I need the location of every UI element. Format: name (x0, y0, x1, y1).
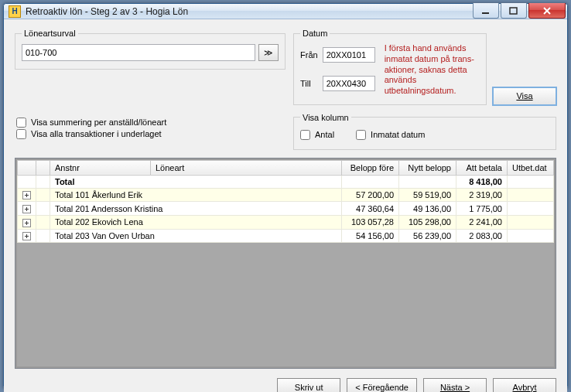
visa-button[interactable]: Visa (493, 87, 556, 105)
row-name: Total 201 Andersson Kristina (50, 202, 342, 216)
col-anstnr[interactable]: Anstnr (50, 160, 151, 175)
col-loneart[interactable]: Löneart (151, 160, 342, 175)
row-belopp-fore: 57 200,00 (342, 188, 399, 202)
prev-button-label: < Föregående (355, 383, 409, 392)
check-antal[interactable]: Antal (300, 130, 334, 140)
row-name: Total 101 Åkerlund Erik (50, 188, 342, 202)
next-button[interactable]: Nästa > (423, 378, 487, 392)
visa-kolumn-legend: Visa kolumn (300, 113, 351, 122)
expand-icon[interactable] (22, 219, 31, 227)
cancel-button-label: Avbryt (513, 383, 537, 392)
close-button[interactable] (528, 3, 566, 19)
check-alltrans-box[interactable] (16, 129, 26, 139)
expand-icon[interactable] (22, 232, 31, 240)
svg-rect-1 (510, 8, 517, 14)
row-att-betala: 1 775,00 (456, 202, 508, 216)
check-inmatat-box[interactable] (356, 130, 366, 140)
row-belopp-fore: 103 057,28 (342, 215, 399, 229)
col-rowhead[interactable] (36, 160, 50, 175)
datum-group: Datum Från 20XX0101 Till 20XX0430 (293, 29, 487, 105)
row-att-betala: 2 083,00 (456, 229, 508, 243)
table-row[interactable]: Total 203 Van Oven Urban54 156,0056 239,… (18, 229, 554, 243)
prev-button[interactable]: < Föregående (347, 378, 417, 392)
data-grid[interactable]: Anstnr Löneart Belopp före Nytt belopp A… (15, 158, 556, 369)
check-antal-box[interactable] (300, 130, 310, 140)
loneart-group: Löneartsurval 010-700 ≫ (15, 29, 286, 70)
expand-icon[interactable] (22, 191, 31, 199)
app-window: H Retroaktiv lön - Steg 2 av 3 - Hogia L… (3, 3, 568, 389)
table-row[interactable]: Total 201 Andersson Kristina47 360,6449 … (18, 202, 554, 216)
visa-kolumn-group: Visa kolumn Antal Inmatat datum (293, 113, 556, 150)
check-alltrans-label: Visa alla transaktioner i underlaget (31, 129, 162, 138)
app-icon: H (9, 5, 21, 18)
col-belopp-fore[interactable]: Belopp före (342, 160, 399, 175)
col-nytt-belopp[interactable]: Nytt belopp (399, 160, 456, 175)
titlebar[interactable]: H Retroaktiv lön - Steg 2 av 3 - Hogia L… (4, 4, 567, 19)
col-expand[interactable] (18, 160, 36, 175)
row-nytt-belopp: 49 136,00 (399, 202, 456, 216)
loneart-input[interactable]: 010-700 (22, 44, 255, 61)
row-att-betala: 2 319,00 (456, 188, 508, 202)
datum-hint: I första hand används inmatat datum på t… (380, 43, 480, 97)
datum-legend: Datum (300, 29, 330, 38)
grid-total-label: Total (50, 175, 342, 188)
print-button-label: Skriv ut (295, 383, 323, 392)
check-antal-label: Antal (315, 130, 334, 139)
row-name: Total 202 Ekovich Lena (50, 215, 342, 229)
minimize-button[interactable] (473, 3, 499, 19)
check-inmatat-label: Inmatat datum (371, 130, 425, 139)
grid-empty-area (17, 243, 554, 366)
content-area: Löneartsurval 010-700 ≫ Datum (4, 19, 567, 392)
grid-total-row[interactable]: Total8 418,00 (18, 175, 554, 188)
row-nytt-belopp: 105 298,00 (399, 215, 456, 229)
to-date-value: 20XX0430 (327, 79, 366, 88)
loneart-value: 010-700 (26, 48, 56, 57)
check-summary-label: Visa summering per anställd/löneart (31, 118, 166, 127)
close-icon (542, 6, 552, 15)
table-row[interactable]: Total 202 Ekovich Lena103 057,28105 298,… (18, 215, 554, 229)
check-summary-box[interactable] (16, 118, 26, 128)
row-nytt-belopp: 59 519,00 (399, 188, 456, 202)
check-inmatat[interactable]: Inmatat datum (356, 130, 425, 140)
cancel-button[interactable]: Avbryt (493, 378, 556, 392)
minimize-icon (481, 7, 491, 15)
row-nytt-belopp: 56 239,00 (399, 229, 456, 243)
grid-total-att-betala: 8 418,00 (456, 175, 508, 188)
from-date-value: 20XX0101 (327, 50, 366, 60)
loneart-legend: Löneartsurval (22, 29, 78, 38)
row-name: Total 203 Van Oven Urban (50, 229, 342, 243)
window-title: Retroaktiv lön - Steg 2 av 3 - Hogia Lön (26, 6, 188, 17)
print-button[interactable]: Skriv ut (277, 378, 340, 392)
from-label: Från (300, 50, 318, 60)
row-belopp-fore: 47 360,64 (342, 202, 399, 216)
from-date-input[interactable]: 20XX0101 (323, 47, 375, 63)
to-date-input[interactable]: 20XX0430 (323, 76, 375, 91)
col-att-betala[interactable]: Att betala (456, 160, 508, 175)
next-button-label: Nästa > (440, 383, 470, 392)
col-utbet-dat[interactable]: Utbet.dat (508, 160, 554, 175)
check-alltrans[interactable]: Visa alla transaktioner i underlaget (16, 129, 284, 139)
maximize-button[interactable] (501, 3, 527, 19)
check-summary[interactable]: Visa summering per anställd/löneart (16, 118, 284, 128)
to-label: Till (300, 79, 318, 88)
svg-rect-0 (482, 12, 489, 14)
table-row[interactable]: Total 101 Åkerlund Erik57 200,0059 519,0… (18, 188, 554, 202)
row-belopp-fore: 54 156,00 (342, 229, 399, 243)
row-att-betala: 2 241,00 (456, 215, 508, 229)
chevron-right-double-icon: ≫ (264, 48, 273, 58)
expand-icon[interactable] (22, 205, 31, 213)
loneart-more-button[interactable]: ≫ (258, 44, 279, 61)
maximize-icon (509, 7, 518, 15)
visa-button-label: Visa (516, 91, 532, 101)
